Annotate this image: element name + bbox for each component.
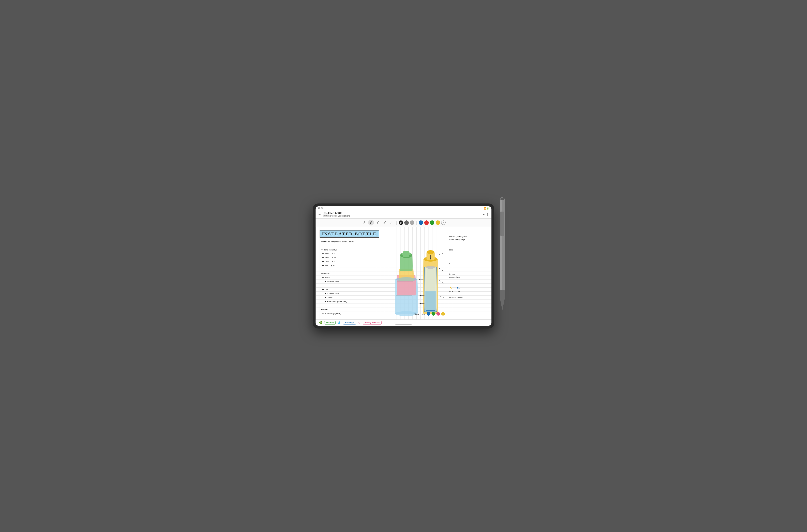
- cold-duration: ❄ 24 h: [457, 286, 461, 292]
- cold-hours: 24 h: [457, 290, 461, 292]
- color-light-gray[interactable]: [410, 221, 414, 225]
- color-green[interactable]: [430, 221, 434, 225]
- color-black[interactable]: [399, 221, 403, 225]
- color-opt-yellow[interactable]: [441, 312, 445, 316]
- annotation-p: P...: [449, 262, 489, 265]
- warm-duration: ☀ 12 h: [449, 286, 453, 292]
- bottle-sketch-area: [384, 239, 445, 324]
- color-opt-blue[interactable]: [427, 312, 430, 316]
- color-opt-green[interactable]: [432, 312, 435, 316]
- bpa-icon: 🌿: [319, 321, 322, 324]
- system-icons: 📶 🔋: [484, 207, 489, 210]
- note-main-title: INSULATED BOTTLE: [320, 230, 379, 238]
- temp-duration-row: ☀ 12 h ❄ 24 h: [449, 286, 489, 292]
- svg-point-2: [401, 223, 402, 224]
- toolbar-sep-1: [396, 221, 397, 225]
- svg-marker-18: [419, 279, 420, 280]
- watertight-icon: 💧: [338, 321, 341, 324]
- bottom-badge-bar: 🌿 BPA-free 💧 Water-tight ♡ Healthy mater…: [316, 320, 491, 326]
- watertight-badge: Water-tight: [343, 321, 356, 324]
- svg-point-7: [396, 277, 417, 281]
- svg-marker-20: [419, 295, 421, 296]
- annotation-inox: Inox: [449, 248, 489, 251]
- drawing-toolbar: +: [316, 218, 491, 227]
- svg-line-24: [437, 267, 444, 271]
- svg-point-14: [426, 266, 435, 269]
- app-header: ← Insulated bottle EN-US Product Specifi…: [316, 210, 491, 218]
- svg-marker-22: [419, 303, 421, 304]
- more-button[interactable]: ⋮: [486, 213, 489, 216]
- pen-tool-3[interactable]: [375, 220, 381, 226]
- note-subtitle: Product Specifications: [330, 215, 350, 217]
- color-blue[interactable]: [419, 221, 423, 225]
- header-right: + ⋮: [483, 213, 489, 216]
- annotation-case: ter casevacuum flask: [449, 272, 489, 279]
- svg-line-25: [437, 279, 444, 283]
- pen-tool-4[interactable]: [382, 220, 388, 226]
- right-annotations: Possibility to engravewith company logo …: [449, 235, 489, 299]
- color-opt-pink[interactable]: [436, 312, 440, 316]
- scroll-indicator: [395, 324, 412, 325]
- tablet-device: 12:34 📶 🔋 ← Insulated bottle EN-US Produ…: [313, 204, 494, 328]
- add-color-button[interactable]: +: [441, 221, 446, 225]
- svg-rect-31: [500, 198, 504, 200]
- tablet-screen: 12:34 📶 🔋 ← Insulated bottle EN-US Produ…: [316, 206, 491, 326]
- svg-line-26: [437, 296, 444, 298]
- toolbar-sep-2: [416, 221, 417, 225]
- color-dark-gray[interactable]: [404, 221, 409, 225]
- svg-point-13: [427, 250, 435, 254]
- pen-tool-5[interactable]: [389, 220, 394, 226]
- bottle-illustration: [384, 239, 445, 324]
- svg-line-23: [437, 253, 444, 255]
- color-options-row: Color options: [414, 312, 445, 316]
- add-button[interactable]: +: [483, 213, 485, 216]
- warm-hours: 12 h: [449, 290, 453, 292]
- color-yellow[interactable]: [436, 221, 440, 225]
- svg-rect-27: [500, 197, 505, 298]
- status-bar: 12:34 📶 🔋: [316, 206, 491, 210]
- svg-rect-28: [500, 197, 502, 298]
- pen-tool-1[interactable]: [361, 220, 367, 226]
- healthy-icon: ♡: [358, 321, 361, 324]
- annotation-engrave: Possibility to engravewith company logo: [449, 235, 489, 241]
- color-red[interactable]: [424, 221, 429, 225]
- annotation-insulated: Insulated support: [449, 296, 489, 299]
- bpa-badge: BPA-free: [324, 321, 336, 324]
- note-title: Insulated bottle: [323, 212, 342, 214]
- color-options-label: Color options: [414, 313, 426, 315]
- pen-svg: [494, 195, 510, 312]
- healthy-materials-badge: Healthy materials: [363, 321, 381, 324]
- pen-tool-2[interactable]: [368, 220, 374, 226]
- svg-rect-29: [500, 212, 504, 236]
- back-button[interactable]: ←: [318, 212, 321, 216]
- language-badge: EN-US: [323, 214, 330, 217]
- svg-rect-30: [500, 290, 505, 298]
- time-display: 12:34: [318, 207, 323, 210]
- svg-rect-6: [403, 251, 409, 257]
- header-left: ← Insulated bottle EN-US Product Specifi…: [318, 212, 350, 217]
- note-info: Insulated bottle EN-US Product Specifica…: [323, 212, 350, 217]
- stylus-pen: [494, 195, 510, 312]
- note-content-area: INSULATED BOTTLE – Maintains temperature…: [316, 227, 491, 326]
